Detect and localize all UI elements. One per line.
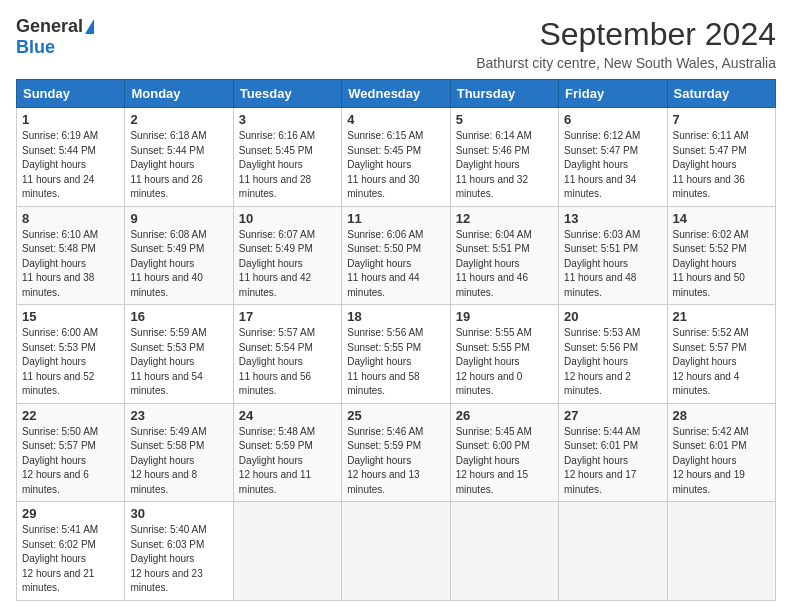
day-number: 8 <box>22 211 119 226</box>
calendar-day-cell: 30Sunrise: 5:40 AMSunset: 6:03 PMDayligh… <box>125 502 233 601</box>
calendar-day-cell: 28Sunrise: 5:42 AMSunset: 6:01 PMDayligh… <box>667 403 775 502</box>
col-sunday: Sunday <box>17 80 125 108</box>
day-number: 27 <box>564 408 661 423</box>
day-info: Sunrise: 5:53 AMSunset: 5:56 PMDaylight … <box>564 326 661 399</box>
calendar-header-row: Sunday Monday Tuesday Wednesday Thursday… <box>17 80 776 108</box>
day-number: 22 <box>22 408 119 423</box>
day-number: 25 <box>347 408 444 423</box>
calendar-week-row: 15Sunrise: 6:00 AMSunset: 5:53 PMDayligh… <box>17 305 776 404</box>
day-info: Sunrise: 6:14 AMSunset: 5:46 PMDaylight … <box>456 129 553 202</box>
day-info: Sunrise: 5:56 AMSunset: 5:55 PMDaylight … <box>347 326 444 399</box>
calendar-day-cell: 9Sunrise: 6:08 AMSunset: 5:49 PMDaylight… <box>125 206 233 305</box>
day-info: Sunrise: 6:15 AMSunset: 5:45 PMDaylight … <box>347 129 444 202</box>
day-info: Sunrise: 5:48 AMSunset: 5:59 PMDaylight … <box>239 425 336 498</box>
day-number: 9 <box>130 211 227 226</box>
page-title: September 2024 <box>476 16 776 53</box>
calendar-day-cell: 5Sunrise: 6:14 AMSunset: 5:46 PMDaylight… <box>450 108 558 207</box>
day-number: 11 <box>347 211 444 226</box>
calendar-day-cell: 13Sunrise: 6:03 AMSunset: 5:51 PMDayligh… <box>559 206 667 305</box>
col-wednesday: Wednesday <box>342 80 450 108</box>
calendar-week-row: 8Sunrise: 6:10 AMSunset: 5:48 PMDaylight… <box>17 206 776 305</box>
day-number: 19 <box>456 309 553 324</box>
logo: General Blue <box>16 16 94 58</box>
day-number: 7 <box>673 112 770 127</box>
day-info: Sunrise: 5:50 AMSunset: 5:57 PMDaylight … <box>22 425 119 498</box>
calendar-day-cell: 1Sunrise: 6:19 AMSunset: 5:44 PMDaylight… <box>17 108 125 207</box>
day-number: 30 <box>130 506 227 521</box>
day-info: Sunrise: 6:16 AMSunset: 5:45 PMDaylight … <box>239 129 336 202</box>
calendar-day-cell: 23Sunrise: 5:49 AMSunset: 5:58 PMDayligh… <box>125 403 233 502</box>
calendar-week-row: 22Sunrise: 5:50 AMSunset: 5:57 PMDayligh… <box>17 403 776 502</box>
day-info: Sunrise: 6:02 AMSunset: 5:52 PMDaylight … <box>673 228 770 301</box>
calendar-day-cell: 8Sunrise: 6:10 AMSunset: 5:48 PMDaylight… <box>17 206 125 305</box>
day-info: Sunrise: 6:18 AMSunset: 5:44 PMDaylight … <box>130 129 227 202</box>
empty-cell <box>667 502 775 601</box>
day-number: 13 <box>564 211 661 226</box>
day-info: Sunrise: 6:11 AMSunset: 5:47 PMDaylight … <box>673 129 770 202</box>
day-number: 16 <box>130 309 227 324</box>
calendar-day-cell: 21Sunrise: 5:52 AMSunset: 5:57 PMDayligh… <box>667 305 775 404</box>
calendar-day-cell: 14Sunrise: 6:02 AMSunset: 5:52 PMDayligh… <box>667 206 775 305</box>
day-info: Sunrise: 6:19 AMSunset: 5:44 PMDaylight … <box>22 129 119 202</box>
day-info: Sunrise: 6:10 AMSunset: 5:48 PMDaylight … <box>22 228 119 301</box>
day-number: 3 <box>239 112 336 127</box>
day-number: 26 <box>456 408 553 423</box>
day-info: Sunrise: 5:52 AMSunset: 5:57 PMDaylight … <box>673 326 770 399</box>
day-number: 10 <box>239 211 336 226</box>
day-info: Sunrise: 6:12 AMSunset: 5:47 PMDaylight … <box>564 129 661 202</box>
day-number: 20 <box>564 309 661 324</box>
calendar-day-cell: 15Sunrise: 6:00 AMSunset: 5:53 PMDayligh… <box>17 305 125 404</box>
logo-general-text: General <box>16 16 83 37</box>
calendar-day-cell: 24Sunrise: 5:48 AMSunset: 5:59 PMDayligh… <box>233 403 341 502</box>
day-info: Sunrise: 6:04 AMSunset: 5:51 PMDaylight … <box>456 228 553 301</box>
calendar-day-cell: 10Sunrise: 6:07 AMSunset: 5:49 PMDayligh… <box>233 206 341 305</box>
col-monday: Monday <box>125 80 233 108</box>
day-info: Sunrise: 5:49 AMSunset: 5:58 PMDaylight … <box>130 425 227 498</box>
day-number: 4 <box>347 112 444 127</box>
day-info: Sunrise: 5:57 AMSunset: 5:54 PMDaylight … <box>239 326 336 399</box>
day-number: 23 <box>130 408 227 423</box>
day-number: 12 <box>456 211 553 226</box>
calendar-day-cell: 6Sunrise: 6:12 AMSunset: 5:47 PMDaylight… <box>559 108 667 207</box>
day-info: Sunrise: 5:42 AMSunset: 6:01 PMDaylight … <box>673 425 770 498</box>
day-number: 28 <box>673 408 770 423</box>
calendar-day-cell: 26Sunrise: 5:45 AMSunset: 6:00 PMDayligh… <box>450 403 558 502</box>
calendar-day-cell: 18Sunrise: 5:56 AMSunset: 5:55 PMDayligh… <box>342 305 450 404</box>
calendar-day-cell: 3Sunrise: 6:16 AMSunset: 5:45 PMDaylight… <box>233 108 341 207</box>
day-number: 24 <box>239 408 336 423</box>
day-info: Sunrise: 5:46 AMSunset: 5:59 PMDaylight … <box>347 425 444 498</box>
calendar-week-row: 1Sunrise: 6:19 AMSunset: 5:44 PMDaylight… <box>17 108 776 207</box>
empty-cell <box>559 502 667 601</box>
day-number: 18 <box>347 309 444 324</box>
day-number: 5 <box>456 112 553 127</box>
logo-triangle-icon <box>85 19 94 34</box>
day-info: Sunrise: 6:00 AMSunset: 5:53 PMDaylight … <box>22 326 119 399</box>
day-number: 17 <box>239 309 336 324</box>
page-subtitle: Bathurst city centre, New South Wales, A… <box>476 55 776 71</box>
page-header: General Blue September 2024 Bathurst cit… <box>16 16 776 71</box>
empty-cell <box>233 502 341 601</box>
day-number: 29 <box>22 506 119 521</box>
calendar-week-row: 29Sunrise: 5:41 AMSunset: 6:02 PMDayligh… <box>17 502 776 601</box>
day-number: 21 <box>673 309 770 324</box>
calendar-table: Sunday Monday Tuesday Wednesday Thursday… <box>16 79 776 601</box>
day-info: Sunrise: 5:59 AMSunset: 5:53 PMDaylight … <box>130 326 227 399</box>
day-number: 6 <box>564 112 661 127</box>
day-info: Sunrise: 5:44 AMSunset: 6:01 PMDaylight … <box>564 425 661 498</box>
col-tuesday: Tuesday <box>233 80 341 108</box>
day-number: 15 <box>22 309 119 324</box>
calendar-day-cell: 25Sunrise: 5:46 AMSunset: 5:59 PMDayligh… <box>342 403 450 502</box>
day-info: Sunrise: 6:07 AMSunset: 5:49 PMDaylight … <box>239 228 336 301</box>
day-number: 1 <box>22 112 119 127</box>
calendar-day-cell: 22Sunrise: 5:50 AMSunset: 5:57 PMDayligh… <box>17 403 125 502</box>
calendar-day-cell: 11Sunrise: 6:06 AMSunset: 5:50 PMDayligh… <box>342 206 450 305</box>
day-info: Sunrise: 5:41 AMSunset: 6:02 PMDaylight … <box>22 523 119 596</box>
day-number: 14 <box>673 211 770 226</box>
calendar-day-cell: 19Sunrise: 5:55 AMSunset: 5:55 PMDayligh… <box>450 305 558 404</box>
col-thursday: Thursday <box>450 80 558 108</box>
day-info: Sunrise: 5:55 AMSunset: 5:55 PMDaylight … <box>456 326 553 399</box>
logo-blue-text: Blue <box>16 37 55 57</box>
day-info: Sunrise: 5:45 AMSunset: 6:00 PMDaylight … <box>456 425 553 498</box>
calendar-day-cell: 17Sunrise: 5:57 AMSunset: 5:54 PMDayligh… <box>233 305 341 404</box>
day-info: Sunrise: 6:06 AMSunset: 5:50 PMDaylight … <box>347 228 444 301</box>
